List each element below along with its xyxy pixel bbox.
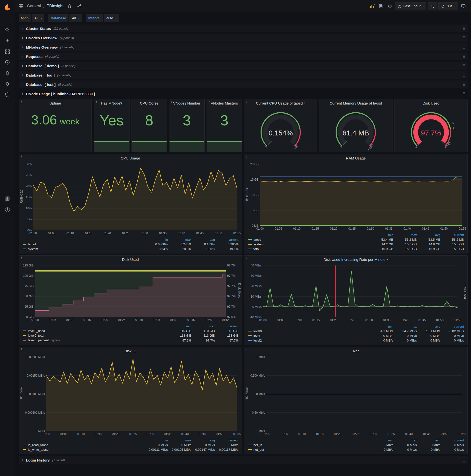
legend-series-name[interactable]: net_out — [248, 447, 370, 452]
legend-series-name[interactable]: total — [248, 247, 370, 251]
panel-title[interactable]: VNodes Number — [169, 99, 204, 107]
panel-title[interactable]: CPU Usage — [19, 154, 242, 162]
panel-info-icon[interactable]: i — [20, 155, 23, 158]
legend-series-name[interactable]: io_read_taosd — [22, 443, 145, 447]
share-icon[interactable] — [76, 2, 83, 10]
legend-series-name[interactable]: taosd — [248, 237, 370, 242]
panel-title[interactable]: Disk Used Increasing Rate per Minute ▾ — [244, 256, 467, 263]
row-drag-handle[interactable] — [463, 458, 466, 462]
legend-series-name[interactable]: level0_used — [22, 328, 168, 333]
panel-info-icon[interactable]: i — [245, 348, 249, 351]
variable-interval-label[interactable]: Interval — [86, 14, 103, 22]
panel-info-icon[interactable]: i — [20, 100, 23, 103]
panel-title[interactable]: Has MNode? — [94, 99, 129, 107]
legend-column-header[interactable]: current — [215, 237, 239, 242]
variable-interval-value-dropdown[interactable]: auto ▾ — [104, 14, 119, 22]
row-drag-handle[interactable] — [463, 36, 466, 39]
panel-title[interactable]: CPU Cores — [132, 99, 167, 107]
row-drag-handle[interactable] — [463, 73, 466, 77]
panel-info-icon[interactable]: i — [133, 100, 136, 103]
create-icon[interactable]: + — [0, 35, 15, 46]
panel-info-icon[interactable]: i — [245, 155, 249, 158]
legend-series-name[interactable]: taosd — [22, 242, 145, 247]
panel-info-icon[interactable]: i — [395, 100, 399, 103]
legend-series-name[interactable]: system — [248, 242, 370, 247]
legend-column-header[interactable]: max — [168, 237, 192, 242]
panel-title[interactable]: Uptime — [19, 99, 91, 107]
panel-info-icon[interactable]: i — [207, 100, 211, 103]
row-login-history[interactable]: › Login History (1 panel) — [19, 456, 468, 464]
panel-title[interactable]: Disk Used — [19, 256, 242, 263]
row-drag-handle[interactable] — [463, 55, 466, 58]
panel-title[interactable]: RAM Usage — [244, 154, 467, 162]
panel-title[interactable]: Net — [244, 347, 467, 355]
help-icon[interactable]: ? — [0, 204, 15, 215]
legend-column-header[interactable]: avg — [192, 237, 215, 242]
cycle-view-monitor-icon[interactable] — [460, 2, 467, 10]
legend-column-header[interactable]: current — [215, 324, 239, 328]
panel-title[interactable]: Disk IO — [19, 347, 242, 355]
breadcrumb-folder[interactable]: General — [27, 4, 41, 8]
legend-column-header[interactable]: min — [145, 438, 168, 443]
dashboards-icon[interactable] — [0, 46, 15, 57]
zoom-out-button[interactable] — [428, 2, 437, 10]
row-drag-handle[interactable] — [463, 64, 466, 68]
save-dashboard-icon[interactable] — [377, 2, 385, 10]
panel-info-icon[interactable]: i — [20, 348, 23, 351]
server-admin-shield-icon[interactable] — [0, 89, 15, 100]
variable-fqdn-value-dropdown[interactable]: All ▾ — [32, 14, 44, 22]
row-database-test[interactable]: › Database: [ test ] (5 panels) — [19, 81, 468, 88]
variable-database-value-dropdown[interactable]: All ▾ — [69, 14, 82, 22]
legend-series-name[interactable]: level0_percent (right-y) — [22, 338, 168, 343]
legend-column-header[interactable]: min — [370, 324, 394, 329]
legend-column-header[interactable]: max — [168, 438, 192, 443]
panel-info-icon[interactable]: i — [245, 100, 249, 103]
legend-column-header[interactable]: min — [370, 438, 394, 443]
panel-title[interactable]: Current Memory Usage of taosd — [320, 99, 392, 107]
dashboard-grid-icon[interactable] — [17, 2, 25, 10]
legend-column-header[interactable]: current — [441, 233, 464, 237]
legend-series-name[interactable]: system — [22, 247, 145, 251]
legend-series-name[interactable]: net_in — [248, 443, 370, 447]
grafana-logo[interactable] — [0, 2, 15, 13]
legend-series-name[interactable]: level1 — [248, 333, 370, 338]
dashboard-settings-gear-icon[interactable]: ⚙ — [386, 2, 393, 10]
panel-info-icon[interactable]: i — [320, 100, 324, 103]
breadcrumb-dashboard-title[interactable]: TDinsight — [47, 4, 64, 8]
legend-series-name[interactable]: level2 — [248, 338, 370, 343]
legend-column-header[interactable]: min — [145, 237, 168, 242]
legend-column-header[interactable]: avg — [417, 324, 441, 329]
row-mnodes-overview[interactable]: › MNodes Overview (2 panels) — [19, 43, 468, 51]
panel-info-icon[interactable]: i — [20, 256, 23, 260]
legend-column-header[interactable]: min — [168, 324, 192, 328]
panel-title[interactable]: VNodes Masters — [207, 99, 242, 107]
legend-column-header[interactable]: avg — [417, 233, 441, 237]
star-icon[interactable] — [66, 2, 73, 10]
row-dnodes-overview[interactable]: › DNodes Overview (4 panels) — [19, 34, 468, 42]
legend-series-name[interactable]: io_write_taosd — [22, 447, 145, 452]
legend-series-name[interactable]: level0 — [248, 329, 370, 333]
alerting-bell-icon[interactable] — [0, 68, 15, 79]
legend-series-name[interactable]: level0_total — [22, 333, 168, 338]
explore-compass-icon[interactable] — [0, 57, 15, 68]
row-drag-handle[interactable] — [463, 83, 466, 86]
row-drag-handle[interactable] — [463, 45, 466, 49]
legend-column-header[interactable]: avg — [192, 438, 215, 443]
row-cluster-status[interactable]: › Cluster Status (21 panels) — [19, 25, 468, 32]
search-icon[interactable] — [0, 25, 15, 35]
row-requests[interactable]: › Requests (4 panels) — [19, 52, 468, 60]
refresh-button[interactable]: 30s ▾ — [438, 2, 458, 10]
row-database-demo[interactable]: › Database: [ demo ] (5 panels) — [19, 62, 468, 70]
legend-column-header[interactable]: min — [370, 233, 394, 237]
panel-info-icon[interactable]: i — [245, 256, 249, 260]
panel-title[interactable]: Disk Used — [395, 99, 467, 107]
legend-column-header[interactable]: current — [215, 438, 239, 443]
variable-database-label[interactable]: Database — [48, 14, 68, 22]
row-drag-handle[interactable] — [463, 27, 466, 30]
legend-column-header[interactable]: current — [441, 324, 464, 329]
legend-column-header[interactable]: max — [394, 324, 417, 329]
panel-title[interactable]: Current CPU Usage of taosd ▾ — [244, 99, 317, 107]
user-avatar[interactable] — [0, 193, 15, 204]
add-panel-icon[interactable] — [369, 2, 376, 10]
legend-column-header[interactable]: max — [394, 438, 417, 443]
